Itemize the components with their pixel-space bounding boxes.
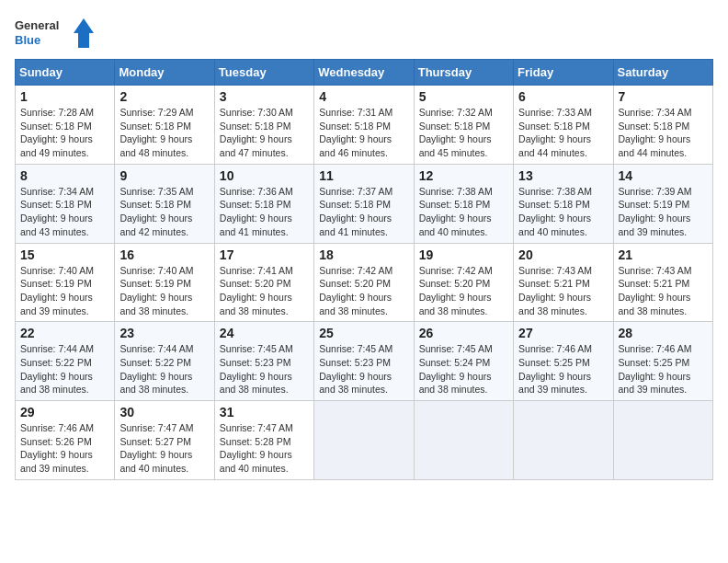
header-tuesday: Tuesday (214, 60, 313, 86)
day-info: Sunrise: 7:45 AM Sunset: 5:24 PM Dayligh… (419, 342, 508, 396)
day-info: Sunrise: 7:40 AM Sunset: 5:19 PM Dayligh… (20, 264, 109, 318)
day-info: Sunrise: 7:31 AM Sunset: 5:18 PM Dayligh… (319, 106, 408, 160)
day-info: Sunrise: 7:41 AM Sunset: 5:20 PM Dayligh… (220, 264, 309, 318)
day-info: Sunrise: 7:45 AM Sunset: 5:23 PM Dayligh… (319, 342, 408, 396)
header-saturday: Saturday (613, 60, 712, 86)
calendar-cell: 20Sunrise: 7:43 AM Sunset: 5:21 PM Dayli… (514, 243, 613, 322)
day-number: 24 (220, 326, 309, 340)
day-number: 19 (419, 247, 508, 262)
day-number: 8 (20, 168, 109, 183)
day-info: Sunrise: 7:29 AM Sunset: 5:18 PM Dayligh… (119, 106, 209, 160)
calendar-cell: 2Sunrise: 7:29 AM Sunset: 5:18 PM Daylig… (115, 86, 214, 165)
day-info: Sunrise: 7:38 AM Sunset: 5:18 PM Dayligh… (419, 185, 508, 239)
day-number: 18 (319, 247, 408, 262)
day-number: 25 (319, 326, 408, 340)
day-info: Sunrise: 7:38 AM Sunset: 5:18 PM Dayligh… (518, 185, 608, 239)
header-thursday: Thursday (414, 60, 513, 86)
day-number: 27 (518, 326, 608, 340)
calendar-table: SundayMondayTuesdayWednesdayThursdayFrid… (15, 59, 713, 480)
day-info: Sunrise: 7:43 AM Sunset: 5:21 PM Dayligh… (619, 264, 708, 318)
day-info: Sunrise: 7:33 AM Sunset: 5:18 PM Dayligh… (518, 106, 608, 160)
day-number: 11 (319, 168, 408, 183)
day-info: Sunrise: 7:43 AM Sunset: 5:21 PM Dayligh… (518, 264, 608, 318)
day-info: Sunrise: 7:47 AM Sunset: 5:27 PM Dayligh… (119, 421, 209, 476)
calendar-cell (613, 401, 712, 480)
calendar-cell: 22Sunrise: 7:44 AM Sunset: 5:22 PM Dayli… (16, 322, 115, 401)
calendar-cell: 24Sunrise: 7:45 AM Sunset: 5:23 PM Dayli… (214, 322, 313, 401)
calendar-cell: 18Sunrise: 7:42 AM Sunset: 5:20 PM Dayli… (314, 243, 414, 322)
calendar-cell: 25Sunrise: 7:45 AM Sunset: 5:23 PM Dayli… (314, 322, 414, 401)
day-info: Sunrise: 7:35 AM Sunset: 5:18 PM Dayligh… (119, 185, 209, 239)
calendar-cell (314, 401, 414, 480)
day-info: Sunrise: 7:42 AM Sunset: 5:20 PM Dayligh… (419, 264, 508, 318)
day-info: Sunrise: 7:39 AM Sunset: 5:19 PM Dayligh… (619, 185, 708, 239)
week-row-1: 1Sunrise: 7:28 AM Sunset: 5:18 PM Daylig… (16, 86, 713, 165)
calendar-cell: 30Sunrise: 7:47 AM Sunset: 5:27 PM Dayli… (115, 401, 214, 480)
day-number: 14 (619, 168, 708, 183)
svg-text:General: General (15, 18, 59, 32)
calendar-cell: 27Sunrise: 7:46 AM Sunset: 5:25 PM Dayli… (514, 322, 613, 401)
calendar-cell: 7Sunrise: 7:34 AM Sunset: 5:18 PM Daylig… (613, 86, 712, 165)
header: General Blue (15, 15, 713, 52)
day-number: 2 (119, 89, 209, 104)
day-info: Sunrise: 7:36 AM Sunset: 5:18 PM Dayligh… (220, 185, 309, 239)
day-number: 3 (220, 89, 309, 104)
day-info: Sunrise: 7:44 AM Sunset: 5:22 PM Dayligh… (119, 342, 209, 396)
calendar-cell: 21Sunrise: 7:43 AM Sunset: 5:21 PM Dayli… (613, 243, 712, 322)
day-number: 12 (419, 168, 508, 183)
day-info: Sunrise: 7:37 AM Sunset: 5:18 PM Dayligh… (319, 185, 408, 239)
day-number: 1 (20, 89, 109, 104)
day-number: 26 (419, 326, 508, 340)
day-number: 9 (119, 168, 209, 183)
header-sunday: Sunday (16, 60, 115, 86)
calendar-cell: 15Sunrise: 7:40 AM Sunset: 5:19 PM Dayli… (16, 243, 115, 322)
calendar-cell: 1Sunrise: 7:28 AM Sunset: 5:18 PM Daylig… (16, 86, 115, 165)
header-friday: Friday (514, 60, 613, 86)
day-info: Sunrise: 7:45 AM Sunset: 5:23 PM Dayligh… (220, 342, 309, 396)
calendar-cell: 17Sunrise: 7:41 AM Sunset: 5:20 PM Dayli… (214, 243, 313, 322)
header-monday: Monday (115, 60, 214, 86)
calendar-cell: 13Sunrise: 7:38 AM Sunset: 5:18 PM Dayli… (514, 164, 613, 243)
day-info: Sunrise: 7:46 AM Sunset: 5:25 PM Dayligh… (518, 342, 608, 396)
calendar-cell: 6Sunrise: 7:33 AM Sunset: 5:18 PM Daylig… (514, 86, 613, 165)
calendar-cell: 16Sunrise: 7:40 AM Sunset: 5:19 PM Dayli… (115, 243, 214, 322)
day-info: Sunrise: 7:28 AM Sunset: 5:18 PM Dayligh… (20, 106, 109, 160)
week-row-3: 15Sunrise: 7:40 AM Sunset: 5:19 PM Dayli… (16, 243, 713, 322)
day-number: 20 (518, 247, 608, 262)
header-wednesday: Wednesday (314, 60, 414, 86)
day-number: 30 (119, 405, 209, 419)
day-number: 4 (319, 89, 408, 104)
day-number: 23 (119, 326, 209, 340)
day-number: 7 (619, 89, 708, 104)
day-number: 28 (619, 326, 708, 340)
calendar-header-row: SundayMondayTuesdayWednesdayThursdayFrid… (16, 60, 713, 86)
week-row-5: 29Sunrise: 7:46 AM Sunset: 5:26 PM Dayli… (16, 401, 713, 480)
calendar-cell: 5Sunrise: 7:32 AM Sunset: 5:18 PM Daylig… (414, 86, 513, 165)
day-info: Sunrise: 7:34 AM Sunset: 5:18 PM Dayligh… (619, 106, 708, 160)
calendar-cell: 9Sunrise: 7:35 AM Sunset: 5:18 PM Daylig… (115, 164, 214, 243)
calendar-cell: 11Sunrise: 7:37 AM Sunset: 5:18 PM Dayli… (314, 164, 414, 243)
day-info: Sunrise: 7:46 AM Sunset: 5:26 PM Dayligh… (20, 421, 109, 476)
week-row-4: 22Sunrise: 7:44 AM Sunset: 5:22 PM Dayli… (16, 322, 713, 401)
day-number: 16 (119, 247, 209, 262)
day-info: Sunrise: 7:34 AM Sunset: 5:18 PM Dayligh… (20, 185, 109, 239)
calendar-cell: 23Sunrise: 7:44 AM Sunset: 5:22 PM Dayli… (115, 322, 214, 401)
day-info: Sunrise: 7:44 AM Sunset: 5:22 PM Dayligh… (20, 342, 109, 396)
logo: General Blue (15, 15, 97, 52)
week-row-2: 8Sunrise: 7:34 AM Sunset: 5:18 PM Daylig… (16, 164, 713, 243)
calendar-cell: 8Sunrise: 7:34 AM Sunset: 5:18 PM Daylig… (16, 164, 115, 243)
day-info: Sunrise: 7:46 AM Sunset: 5:25 PM Dayligh… (619, 342, 708, 396)
day-number: 29 (20, 405, 109, 419)
day-number: 17 (220, 247, 309, 262)
day-number: 21 (619, 247, 708, 262)
day-info: Sunrise: 7:42 AM Sunset: 5:20 PM Dayligh… (319, 264, 408, 318)
calendar-cell: 31Sunrise: 7:47 AM Sunset: 5:28 PM Dayli… (214, 401, 313, 480)
svg-text:Blue: Blue (15, 33, 40, 47)
day-info: Sunrise: 7:40 AM Sunset: 5:19 PM Dayligh… (119, 264, 209, 318)
day-number: 13 (518, 168, 608, 183)
calendar-cell: 4Sunrise: 7:31 AM Sunset: 5:18 PM Daylig… (314, 86, 414, 165)
calendar-cell (414, 401, 513, 480)
calendar-cell: 26Sunrise: 7:45 AM Sunset: 5:24 PM Dayli… (414, 322, 513, 401)
day-number: 5 (419, 89, 508, 104)
logo-svg: General Blue (15, 15, 97, 52)
